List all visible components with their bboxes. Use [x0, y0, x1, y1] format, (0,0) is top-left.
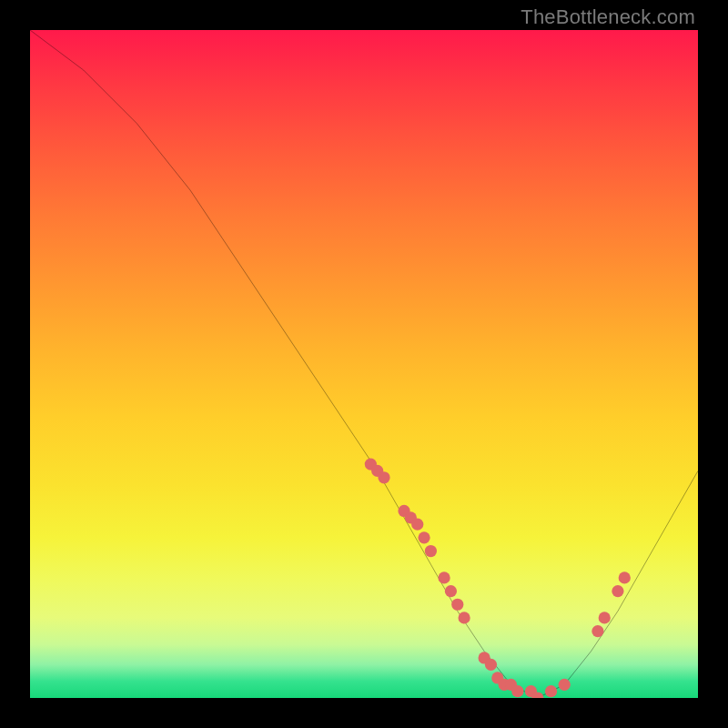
data-point — [458, 612, 470, 623]
data-point — [559, 679, 571, 691]
data-point — [545, 685, 557, 697]
data-point — [511, 685, 523, 697]
data-point — [418, 531, 430, 543]
watermark-text: TheBottleneck.com — [521, 5, 695, 29]
data-point — [612, 585, 623, 597]
data-point — [451, 599, 463, 611]
data-point — [599, 612, 611, 623]
data-point — [485, 659, 497, 671]
dots-layer — [365, 458, 631, 698]
data-point — [378, 471, 389, 483]
data-point — [438, 571, 450, 583]
data-point — [592, 625, 603, 637]
curve-layer — [30, 30, 698, 698]
data-point — [411, 519, 423, 531]
chart-container: TheBottleneck.com — [0, 0, 728, 728]
data-point — [445, 585, 457, 597]
bottleneck-curve — [30, 30, 698, 698]
data-point — [425, 545, 437, 557]
data-point — [619, 571, 631, 583]
chart-svg — [30, 30, 698, 698]
